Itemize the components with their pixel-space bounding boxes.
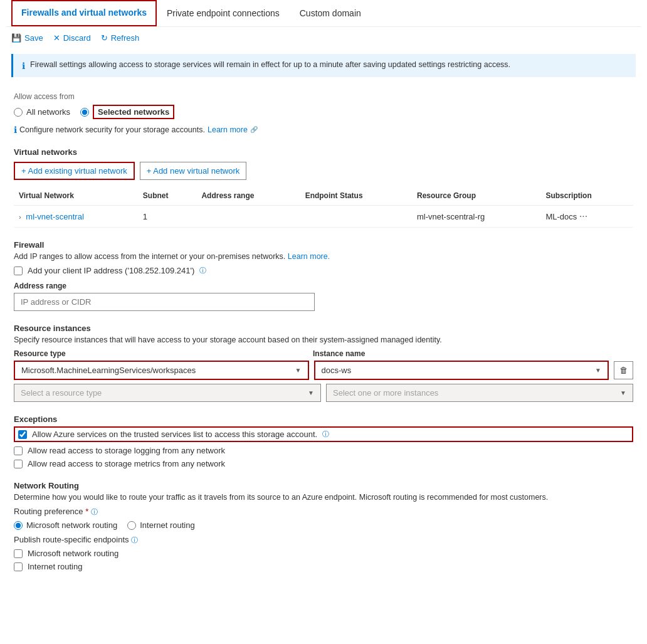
network-security-info: ℹ Configure network security for your st… bbox=[14, 124, 633, 135]
col-header-subnet: Subnet bbox=[138, 186, 197, 206]
address-range-cell bbox=[196, 206, 300, 228]
delete-row-1-button[interactable]: 🗑 bbox=[614, 361, 633, 379]
instance-name-col-label: Instance name bbox=[313, 349, 607, 358]
resource-group-cell: ml-vnet-scentral-rg bbox=[412, 206, 540, 228]
tab-custom-domain[interactable]: Custom domain bbox=[290, 0, 371, 26]
firewall-title: Firewall bbox=[14, 240, 633, 250]
client-ip-checkbox-item[interactable]: Add your client IP address ('108.252.109… bbox=[14, 266, 633, 275]
tab-private-endpoints[interactable]: Private endpoint connections bbox=[157, 0, 290, 26]
address-range-label: Address range bbox=[14, 282, 633, 290]
add-new-vnet-button[interactable]: + Add new virtual network bbox=[140, 162, 247, 180]
info-banner-icon: ℹ bbox=[22, 61, 25, 71]
publish-ms-checkbox[interactable] bbox=[14, 549, 23, 558]
network-routing-description: Determine how you would like to route yo… bbox=[14, 493, 633, 502]
routing-radio-group: Microsoft network routing Internet routi… bbox=[14, 520, 633, 530]
exception-item-2[interactable]: Allow read access to storage logging fro… bbox=[14, 446, 633, 455]
save-icon: 💾 bbox=[11, 33, 21, 43]
routing-preference-label: Routing preference bbox=[14, 507, 83, 516]
subnet-cell: 1 bbox=[138, 206, 197, 228]
publish-microsoft-routing[interactable]: Microsoft network routing bbox=[14, 549, 633, 558]
address-range-input[interactable] bbox=[14, 293, 315, 311]
info-banner: ℹ Firewall settings allowing access to s… bbox=[11, 54, 636, 77]
exception-checkbox-1[interactable] bbox=[18, 430, 27, 439]
dropdown-arrow-2: ▼ bbox=[595, 367, 601, 374]
external-link-icon-1: 🔗 bbox=[250, 126, 258, 133]
dropdown-arrow-3: ▼ bbox=[308, 389, 314, 396]
firewall-description: Add IP ranges to allow access from the i… bbox=[14, 252, 633, 261]
col-header-vnet: Virtual Network bbox=[14, 186, 138, 206]
exception-item-3[interactable]: Allow read access to storage metrics fro… bbox=[14, 459, 633, 468]
firewall-learn-more[interactable]: Learn more. bbox=[288, 252, 330, 261]
resource-type-dropdown-1[interactable]: Microsoft.MachineLearningServices/worksp… bbox=[14, 361, 309, 380]
col-header-endpoint: Endpoint Status bbox=[300, 186, 412, 206]
col-header-rg: Resource Group bbox=[412, 186, 540, 206]
publish-internet-checkbox[interactable] bbox=[14, 562, 23, 571]
subscription-cell: ML-docs ··· bbox=[540, 206, 633, 228]
dropdown-arrow-1: ▼ bbox=[295, 367, 302, 374]
exceptions-title: Exceptions bbox=[14, 414, 633, 424]
endpoint-status-cell bbox=[300, 206, 412, 228]
resource-instances-description: Specify resource instances that will hav… bbox=[14, 335, 633, 344]
discard-button[interactable]: ✕ Discard bbox=[53, 33, 91, 43]
radio-selected-networks[interactable]: Selected networks bbox=[80, 105, 174, 119]
col-header-address: Address range bbox=[196, 186, 300, 206]
learn-more-link-1[interactable]: Learn more bbox=[208, 125, 248, 134]
resource-type-col-label: Resource type bbox=[14, 349, 308, 358]
refresh-icon: ↻ bbox=[101, 33, 108, 43]
resource-instances-title: Resource instances bbox=[14, 324, 633, 333]
resource-instance-row-2: Select a resource type ▼ Select one or m… bbox=[14, 384, 633, 402]
client-ip-info-icon: ⓘ bbox=[199, 266, 206, 275]
vnet-name-cell: › ml-vnet-scentral bbox=[14, 206, 138, 228]
allow-access-label: Allow access from bbox=[14, 92, 633, 101]
refresh-button[interactable]: ↻ Refresh bbox=[101, 33, 140, 43]
publish-endpoints-label: Publish route-specific endpoints bbox=[14, 535, 129, 544]
resource-type-dropdown-2[interactable]: Select a resource type ▼ bbox=[14, 384, 321, 402]
save-button[interactable]: 💾 Save bbox=[11, 33, 43, 43]
network-info-icon: ℹ bbox=[14, 125, 17, 135]
radio-microsoft-routing[interactable]: Microsoft network routing bbox=[14, 520, 117, 530]
row-ellipsis-button[interactable]: ··· bbox=[579, 211, 587, 222]
add-existing-vnet-button[interactable]: + Add existing virtual network bbox=[14, 162, 135, 180]
delete-icon-1: 🗑 bbox=[619, 366, 628, 375]
virtual-networks-title: Virtual networks bbox=[14, 147, 633, 157]
radio-all-networks[interactable]: All networks bbox=[14, 107, 70, 117]
dropdown-arrow-4: ▼ bbox=[620, 389, 626, 396]
instance-name-dropdown-2[interactable]: Select one or more instances ▼ bbox=[326, 384, 633, 402]
routing-pref-info-icon: ⓘ bbox=[91, 508, 98, 515]
exception-checkbox-2[interactable] bbox=[14, 446, 23, 455]
discard-icon: ✕ bbox=[53, 33, 60, 43]
exception-item-1[interactable]: Allow Azure services on the trusted serv… bbox=[14, 426, 633, 442]
expand-icon[interactable]: › bbox=[19, 213, 21, 221]
publish-info-icon: ⓘ bbox=[131, 536, 138, 544]
col-header-subscription: Subscription bbox=[540, 186, 633, 206]
required-asterisk: * bbox=[85, 507, 88, 516]
access-radio-group: All networks Selected networks bbox=[14, 105, 633, 119]
client-ip-checkbox[interactable] bbox=[14, 267, 23, 275]
virtual-networks-table: Virtual Network Subnet Address range End… bbox=[14, 186, 633, 228]
table-row: › ml-vnet-scentral 1 ml-vnet-scentral-rg… bbox=[14, 206, 633, 228]
resource-instance-row-1: Microsoft.MachineLearningServices/worksp… bbox=[14, 361, 633, 380]
vnet-link[interactable]: ml-vnet-scentral bbox=[26, 212, 83, 221]
radio-internet-routing[interactable]: Internet routing bbox=[127, 520, 194, 530]
exception-checkbox-3[interactable] bbox=[14, 460, 23, 468]
network-routing-title: Network Routing bbox=[14, 481, 633, 490]
tab-firewalls[interactable]: Firewalls and virtual networks bbox=[11, 0, 157, 26]
instance-name-dropdown-1[interactable]: docs-ws ▼ bbox=[314, 361, 609, 380]
exception-info-icon-1: ⓘ bbox=[322, 430, 329, 439]
publish-internet-routing[interactable]: Internet routing bbox=[14, 562, 633, 571]
